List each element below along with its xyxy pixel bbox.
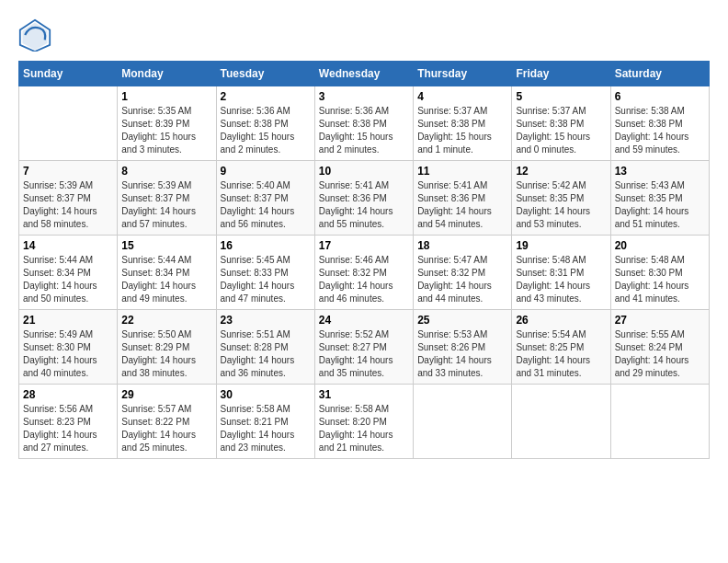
- day-info: Sunrise: 5:44 AMSunset: 8:34 PMDaylight:…: [121, 254, 211, 305]
- day-cell-7: 7Sunrise: 5:39 AMSunset: 8:37 PMDaylight…: [19, 161, 118, 236]
- day-number: 12: [516, 165, 606, 178]
- day-number: 13: [615, 165, 705, 178]
- day-info: Sunrise: 5:57 AMSunset: 8:22 PMDaylight:…: [121, 403, 211, 454]
- empty-cell: [19, 86, 118, 161]
- column-header-monday: Monday: [118, 62, 216, 86]
- day-info: Sunrise: 5:37 AMSunset: 8:38 PMDaylight:…: [516, 105, 606, 156]
- logo-icon: [18, 18, 51, 52]
- day-number: 6: [615, 90, 705, 103]
- day-cell-15: 15Sunrise: 5:44 AMSunset: 8:34 PMDayligh…: [118, 236, 216, 310]
- week-row-4: 21Sunrise: 5:49 AMSunset: 8:30 PMDayligh…: [19, 310, 710, 385]
- empty-cell: [610, 385, 709, 459]
- day-info: Sunrise: 5:50 AMSunset: 8:29 PMDaylight:…: [121, 328, 211, 380]
- day-info: Sunrise: 5:41 AMSunset: 8:36 PMDaylight:…: [417, 179, 507, 231]
- day-cell-17: 17Sunrise: 5:46 AMSunset: 8:32 PMDayligh…: [314, 236, 413, 310]
- day-number: 16: [221, 239, 311, 252]
- column-header-tuesday: Tuesday: [216, 62, 314, 86]
- day-cell-2: 2Sunrise: 5:36 AMSunset: 8:38 PMDaylight…: [216, 86, 314, 161]
- empty-cell: [414, 385, 512, 459]
- week-row-3: 14Sunrise: 5:44 AMSunset: 8:34 PMDayligh…: [19, 236, 710, 310]
- day-info: Sunrise: 5:52 AMSunset: 8:27 PMDaylight:…: [319, 328, 409, 380]
- calendar-table: SundayMondayTuesdayWednesdayThursdayFrid…: [18, 61, 710, 459]
- day-cell-3: 3Sunrise: 5:36 AMSunset: 8:38 PMDaylight…: [314, 86, 413, 161]
- week-row-2: 7Sunrise: 5:39 AMSunset: 8:37 PMDaylight…: [19, 161, 710, 236]
- day-number: 17: [319, 239, 409, 252]
- day-number: 29: [121, 388, 211, 401]
- day-cell-8: 8Sunrise: 5:39 AMSunset: 8:37 PMDaylight…: [118, 161, 216, 236]
- day-info: Sunrise: 5:40 AMSunset: 8:37 PMDaylight:…: [221, 179, 311, 231]
- day-info: Sunrise: 5:51 AMSunset: 8:28 PMDaylight:…: [221, 328, 311, 380]
- day-cell-31: 31Sunrise: 5:58 AMSunset: 8:20 PMDayligh…: [314, 385, 413, 459]
- day-number: 24: [319, 314, 409, 327]
- day-cell-20: 20Sunrise: 5:48 AMSunset: 8:30 PMDayligh…: [610, 236, 709, 310]
- day-number: 30: [221, 388, 311, 401]
- day-cell-10: 10Sunrise: 5:41 AMSunset: 8:36 PMDayligh…: [314, 161, 413, 236]
- empty-cell: [512, 385, 610, 459]
- week-row-5: 28Sunrise: 5:56 AMSunset: 8:23 PMDayligh…: [19, 385, 710, 459]
- day-info: Sunrise: 5:42 AMSunset: 8:35 PMDaylight:…: [516, 179, 606, 231]
- day-cell-26: 26Sunrise: 5:54 AMSunset: 8:25 PMDayligh…: [512, 310, 610, 385]
- day-number: 5: [516, 90, 606, 103]
- day-info: Sunrise: 5:48 AMSunset: 8:31 PMDaylight:…: [516, 254, 606, 305]
- day-cell-11: 11Sunrise: 5:41 AMSunset: 8:36 PMDayligh…: [414, 161, 512, 236]
- day-cell-13: 13Sunrise: 5:43 AMSunset: 8:35 PMDayligh…: [610, 161, 709, 236]
- day-cell-22: 22Sunrise: 5:50 AMSunset: 8:29 PMDayligh…: [118, 310, 216, 385]
- page-header: [18, 18, 710, 52]
- day-info: Sunrise: 5:49 AMSunset: 8:30 PMDaylight:…: [23, 328, 113, 380]
- day-cell-29: 29Sunrise: 5:57 AMSunset: 8:22 PMDayligh…: [118, 385, 216, 459]
- day-number: 25: [417, 314, 507, 327]
- day-cell-25: 25Sunrise: 5:53 AMSunset: 8:26 PMDayligh…: [414, 310, 512, 385]
- day-cell-14: 14Sunrise: 5:44 AMSunset: 8:34 PMDayligh…: [19, 236, 118, 310]
- day-info: Sunrise: 5:38 AMSunset: 8:38 PMDaylight:…: [615, 105, 705, 156]
- day-number: 27: [615, 314, 705, 327]
- day-number: 9: [221, 165, 311, 178]
- day-number: 26: [516, 314, 606, 327]
- week-row-1: 1Sunrise: 5:35 AMSunset: 8:39 PMDaylight…: [19, 86, 710, 161]
- day-number: 11: [417, 165, 507, 178]
- day-number: 18: [417, 239, 507, 252]
- day-number: 7: [23, 165, 113, 178]
- day-info: Sunrise: 5:55 AMSunset: 8:24 PMDaylight:…: [615, 328, 705, 380]
- column-header-thursday: Thursday: [414, 62, 512, 86]
- day-cell-9: 9Sunrise: 5:40 AMSunset: 8:37 PMDaylight…: [216, 161, 314, 236]
- day-number: 4: [417, 90, 507, 103]
- day-info: Sunrise: 5:44 AMSunset: 8:34 PMDaylight:…: [23, 254, 113, 305]
- day-cell-16: 16Sunrise: 5:45 AMSunset: 8:33 PMDayligh…: [216, 236, 314, 310]
- day-cell-1: 1Sunrise: 5:35 AMSunset: 8:39 PMDaylight…: [118, 86, 216, 161]
- column-header-wednesday: Wednesday: [314, 62, 413, 86]
- day-number: 14: [23, 239, 113, 252]
- day-cell-19: 19Sunrise: 5:48 AMSunset: 8:31 PMDayligh…: [512, 236, 610, 310]
- day-info: Sunrise: 5:39 AMSunset: 8:37 PMDaylight:…: [23, 179, 113, 231]
- day-number: 20: [615, 239, 705, 252]
- day-cell-6: 6Sunrise: 5:38 AMSunset: 8:38 PMDaylight…: [610, 86, 709, 161]
- day-cell-18: 18Sunrise: 5:47 AMSunset: 8:32 PMDayligh…: [414, 236, 512, 310]
- day-info: Sunrise: 5:41 AMSunset: 8:36 PMDaylight:…: [319, 179, 409, 231]
- day-number: 28: [23, 388, 113, 401]
- day-info: Sunrise: 5:54 AMSunset: 8:25 PMDaylight:…: [516, 328, 606, 380]
- day-info: Sunrise: 5:53 AMSunset: 8:26 PMDaylight:…: [417, 328, 507, 380]
- day-number: 31: [319, 388, 409, 401]
- day-number: 8: [121, 165, 211, 178]
- day-info: Sunrise: 5:36 AMSunset: 8:38 PMDaylight:…: [221, 105, 311, 156]
- day-number: 15: [121, 239, 211, 252]
- day-cell-12: 12Sunrise: 5:42 AMSunset: 8:35 PMDayligh…: [512, 161, 610, 236]
- day-info: Sunrise: 5:48 AMSunset: 8:30 PMDaylight:…: [615, 254, 705, 305]
- day-number: 19: [516, 239, 606, 252]
- day-number: 22: [121, 314, 211, 327]
- day-cell-24: 24Sunrise: 5:52 AMSunset: 8:27 PMDayligh…: [314, 310, 413, 385]
- logo: [18, 18, 55, 52]
- day-info: Sunrise: 5:36 AMSunset: 8:38 PMDaylight:…: [319, 105, 409, 156]
- day-number: 21: [23, 314, 113, 327]
- day-cell-5: 5Sunrise: 5:37 AMSunset: 8:38 PMDaylight…: [512, 86, 610, 161]
- column-header-sunday: Sunday: [19, 62, 118, 86]
- day-cell-30: 30Sunrise: 5:58 AMSunset: 8:21 PMDayligh…: [216, 385, 314, 459]
- day-info: Sunrise: 5:58 AMSunset: 8:21 PMDaylight:…: [221, 403, 311, 454]
- day-info: Sunrise: 5:46 AMSunset: 8:32 PMDaylight:…: [319, 254, 409, 305]
- day-number: 3: [319, 90, 409, 103]
- day-info: Sunrise: 5:58 AMSunset: 8:20 PMDaylight:…: [319, 403, 409, 454]
- day-cell-28: 28Sunrise: 5:56 AMSunset: 8:23 PMDayligh…: [19, 385, 118, 459]
- column-header-friday: Friday: [512, 62, 610, 86]
- day-cell-27: 27Sunrise: 5:55 AMSunset: 8:24 PMDayligh…: [610, 310, 709, 385]
- day-cell-21: 21Sunrise: 5:49 AMSunset: 8:30 PMDayligh…: [19, 310, 118, 385]
- day-info: Sunrise: 5:45 AMSunset: 8:33 PMDaylight:…: [221, 254, 311, 305]
